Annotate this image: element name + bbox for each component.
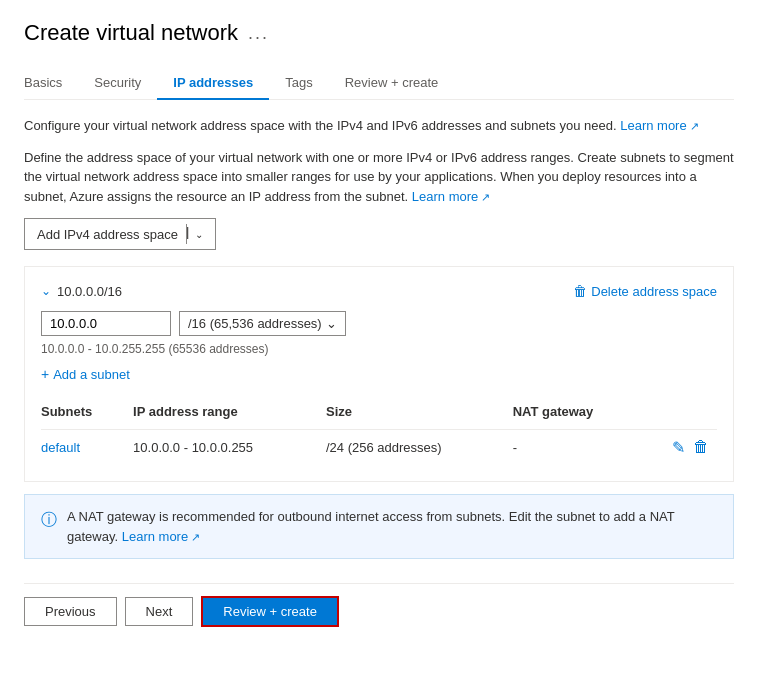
tab-review-create[interactable]: Review + create (329, 67, 455, 100)
description-line2: Define the address space of your virtual… (24, 148, 734, 207)
nat-learn-more-link[interactable]: Learn more (122, 529, 201, 544)
description-line1: Configure your virtual network address s… (24, 116, 734, 136)
address-space-container: ⌄ 10.0.0.0/16 🗑 Delete address space /16… (24, 266, 734, 482)
learn-more-link-1[interactable]: Learn more (620, 118, 699, 133)
subnets-table: Subnets IP address range Size NAT gatewa… (41, 398, 717, 465)
page-title: Create virtual network (24, 20, 238, 46)
tab-tags[interactable]: Tags (269, 67, 328, 100)
previous-button[interactable]: Previous (24, 597, 117, 626)
learn-more-link-2[interactable]: Learn more (412, 189, 491, 204)
table-row: default 10.0.0.0 - 10.0.0.255 /24 (256 a… (41, 430, 717, 466)
subnet-nat-gateway: - (505, 430, 642, 466)
col-header-ip-range: IP address range (125, 398, 318, 430)
add-ipv4-address-space-button[interactable]: Add IPv4 address space | ⌄ (24, 218, 216, 250)
tab-basics[interactable]: Basics (24, 67, 78, 100)
cidr-value: /16 (65,536 addresses) (188, 316, 322, 331)
edit-subnet-icon[interactable]: ✎ (672, 438, 685, 457)
subnet-ip-range: 10.0.0.0 - 10.0.0.255 (125, 430, 318, 466)
add-subnet-label: Add a subnet (53, 367, 130, 382)
col-header-actions (642, 398, 717, 430)
delete-space-label: Delete address space (591, 284, 717, 299)
chevron-down-icon: ⌄ (195, 229, 203, 240)
subnet-size: /24 (256 addresses) (318, 430, 505, 466)
divider: | (186, 224, 187, 244)
next-button[interactable]: Next (125, 597, 194, 626)
trash-icon: 🗑 (573, 283, 587, 299)
ip-range-text: 10.0.0.0 - 10.0.255.255 (65536 addresses… (41, 342, 717, 356)
subnet-name-link[interactable]: default (41, 440, 80, 455)
ellipsis-button[interactable]: ... (248, 23, 269, 44)
nat-warning-text: A NAT gateway is recommended for outboun… (67, 507, 717, 546)
chevron-down-icon: ⌄ (326, 316, 337, 331)
review-create-button[interactable]: Review + create (201, 596, 339, 627)
add-subnet-button[interactable]: + Add a subnet (41, 366, 130, 382)
plus-icon: + (41, 366, 49, 382)
address-space-title-text: 10.0.0.0/16 (57, 284, 122, 299)
col-header-nat: NAT gateway (505, 398, 642, 430)
col-header-size: Size (318, 398, 505, 430)
col-header-subnets: Subnets (41, 398, 125, 430)
cidr-dropdown[interactable]: /16 (65,536 addresses) ⌄ (179, 311, 346, 336)
delete-address-space-button[interactable]: 🗑 Delete address space (573, 283, 717, 299)
tab-security[interactable]: Security (78, 67, 157, 100)
tabs-nav: Basics Security IP addresses Tags Review… (24, 66, 734, 100)
add-space-label: Add IPv4 address space (37, 227, 178, 242)
collapse-icon[interactable]: ⌄ (41, 284, 51, 298)
info-icon: ⓘ (41, 508, 57, 532)
tab-ip-addresses[interactable]: IP addresses (157, 67, 269, 100)
ip-address-input[interactable] (41, 311, 171, 336)
footer-buttons: Previous Next Review + create (24, 583, 734, 639)
delete-subnet-icon[interactable]: 🗑 (693, 438, 709, 457)
nat-warning-banner: ⓘ A NAT gateway is recommended for outbo… (24, 494, 734, 559)
